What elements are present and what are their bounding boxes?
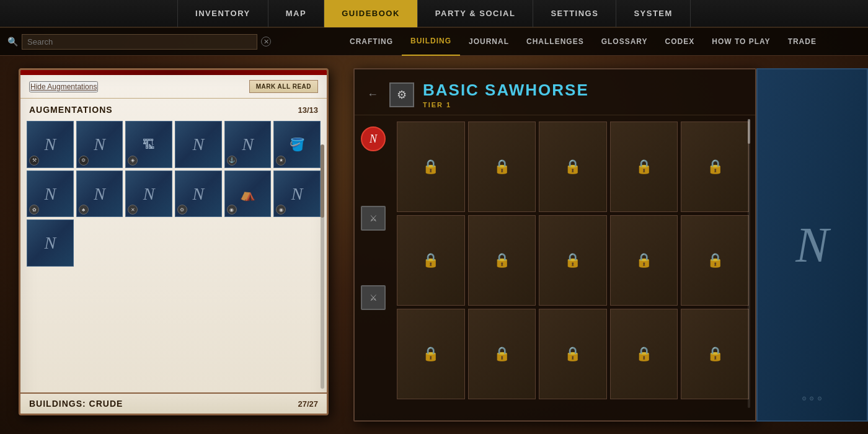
lock-icon: 🔒 bbox=[564, 159, 581, 175]
nav-guidebook[interactable]: GUIDEBOOK bbox=[324, 0, 418, 27]
blue-book-letter: N bbox=[795, 217, 828, 273]
lock-icon: 🔒 bbox=[494, 252, 510, 268]
search-area: 🔍 ✕ bbox=[0, 34, 341, 50]
clear-search-button[interactable]: ✕ bbox=[261, 37, 271, 46]
detail-panel: ← ⚙ BASIC SAWHORSE TIER 1 N ⚔ bbox=[353, 68, 756, 422]
card-badge-12: ◉ bbox=[276, 205, 286, 215]
panel-scrollbar[interactable] bbox=[321, 144, 324, 389]
far-right-panel: N ⚙ ⚙ ⚙ bbox=[756, 56, 868, 434]
lock-icon: 🔒 bbox=[636, 252, 652, 268]
locked-card-2-2[interactable]: 🔒 bbox=[468, 215, 536, 306]
buildings-title: BUILDINGS: CRUDE bbox=[29, 399, 123, 409]
augmentation-card-10[interactable]: N ⚙ bbox=[175, 170, 222, 218]
nav-system[interactable]: SYSTEM bbox=[616, 0, 690, 27]
row-icon-gray-1: ⚔ bbox=[361, 206, 386, 231]
tab-glossary[interactable]: GLOSSARY bbox=[593, 28, 657, 56]
locked-card-2-3[interactable]: 🔒 bbox=[539, 215, 607, 306]
locked-card-2-4[interactable]: 🔒 bbox=[610, 215, 678, 306]
top-nav: INVENTORY MAP GUIDEBOOK PARTY & SOCIAL S… bbox=[0, 0, 868, 28]
locked-card-3-4[interactable]: 🔒 bbox=[610, 309, 678, 399]
augmentations-grid: N ⚒ N ⚙ 🏗 ◈ N N bbox=[20, 118, 327, 269]
augmentation-card-1[interactable]: N ⚒ bbox=[27, 121, 74, 168]
card-badge-6: ★ bbox=[276, 156, 286, 166]
card-badge-9: ✕ bbox=[128, 205, 138, 215]
tab-trade[interactable]: TRADE bbox=[779, 28, 825, 56]
locked-card-1-5[interactable]: 🔒 bbox=[681, 122, 749, 212]
augmentation-card-12[interactable]: N ◉ bbox=[273, 170, 321, 218]
card-badge-8: ♣ bbox=[79, 205, 89, 215]
sec-nav: 🔍 ✕ CRAFTING BUILDING JOURNAL CHALLENGES… bbox=[0, 28, 868, 56]
tab-crafting[interactable]: CRAFTING bbox=[341, 28, 402, 56]
locked-card-1-2[interactable]: 🔒 bbox=[468, 122, 536, 212]
nav-settings[interactable]: SETTINGS bbox=[533, 0, 616, 27]
lock-icon: 🔒 bbox=[422, 159, 439, 175]
main-content: Hide Augmentations MARK ALL READ AUGMENT… bbox=[0, 56, 868, 434]
augmentation-card-2[interactable]: N ⚙ bbox=[76, 121, 123, 168]
locked-card-3-2[interactable]: 🔒 bbox=[468, 309, 536, 399]
mark-all-read-button[interactable]: MARK ALL READ bbox=[249, 80, 318, 93]
augmentation-card-9[interactable]: N ✕ bbox=[125, 170, 172, 218]
lock-icon: 🔒 bbox=[422, 252, 439, 268]
augmentation-card-8[interactable]: N ♣ bbox=[76, 170, 123, 218]
card-badge-3: ◈ bbox=[128, 156, 138, 166]
panel-footer: BUILDINGS: CRUDE 27/27 bbox=[20, 392, 327, 414]
augmentation-card-7[interactable]: N ✿ bbox=[27, 170, 74, 218]
nav-party-social[interactable]: PARTY & SOCIAL bbox=[418, 0, 534, 27]
locked-card-1-1[interactable]: 🔒 bbox=[397, 122, 465, 212]
panel-spine bbox=[20, 70, 327, 75]
tab-codex[interactable]: CODEX bbox=[657, 28, 704, 56]
locked-card-2-5[interactable]: 🔒 bbox=[681, 215, 749, 306]
detail-left-col: N ⚔ ⚔ bbox=[361, 122, 392, 414]
lock-icon: 🔒 bbox=[636, 346, 652, 362]
nav-inventory[interactable]: INVENTORY bbox=[177, 0, 268, 27]
lock-icon: 🔒 bbox=[707, 252, 724, 268]
lock-icon: 🔒 bbox=[564, 346, 581, 362]
detail-content: N ⚔ ⚔ 🔒 🔒 bbox=[355, 115, 755, 420]
card-badge-11: ◉ bbox=[227, 205, 237, 215]
hide-augmentations-button[interactable]: Hide Augmentations bbox=[29, 81, 98, 92]
locked-cards-container: 🔒 🔒 🔒 🔒 🔒 🔒 bbox=[397, 122, 749, 414]
panel-scrollbar-thumb bbox=[321, 144, 324, 218]
lock-icon: 🔒 bbox=[422, 346, 439, 362]
row-icon-red: N bbox=[361, 126, 386, 151]
lock-icon: 🔒 bbox=[707, 159, 724, 175]
tab-how-to-play[interactable]: HOW TO PLAY bbox=[703, 28, 779, 56]
augmentations-section-header: AUGMENTATIONS 13/13 bbox=[20, 99, 327, 118]
detail-scrollbar[interactable] bbox=[748, 119, 750, 408]
lock-icon: 🔒 bbox=[636, 159, 652, 175]
item-type-icon: ⚙ bbox=[389, 82, 414, 107]
locked-card-3-1[interactable]: 🔒 bbox=[397, 309, 465, 399]
search-input[interactable] bbox=[22, 34, 257, 50]
locked-card-3-3[interactable]: 🔒 bbox=[539, 309, 607, 399]
detail-title: BASIC SAWHORSE bbox=[423, 81, 589, 100]
panel-book: Hide Augmentations MARK ALL READ AUGMENT… bbox=[19, 68, 329, 415]
augmentations-count: 13/13 bbox=[298, 105, 318, 115]
blue-book-ornament: ⚙ ⚙ ⚙ bbox=[802, 395, 823, 402]
augmentation-card-13[interactable]: N bbox=[27, 219, 74, 267]
row-icon-gray-2: ⚔ bbox=[361, 285, 386, 310]
tab-journal[interactable]: JOURNAL bbox=[460, 28, 518, 56]
card-badge-7: ✿ bbox=[29, 205, 39, 215]
nav-arrow-left[interactable]: ← bbox=[365, 86, 381, 104]
tab-building[interactable]: BUILDING bbox=[402, 28, 460, 56]
augmentation-card-4[interactable]: N bbox=[175, 121, 222, 168]
augmentation-card-11[interactable]: ⛺ ◉ bbox=[224, 170, 272, 218]
nav-map[interactable]: MAP bbox=[268, 0, 324, 27]
augmentations-title: AUGMENTATIONS bbox=[29, 105, 113, 115]
right-panel: ← ⚙ BASIC SAWHORSE TIER 1 N ⚔ bbox=[347, 56, 756, 434]
tab-challenges[interactable]: CHALLENGES bbox=[518, 28, 593, 56]
augmentation-card-6[interactable]: 🪣 ★ bbox=[273, 121, 321, 168]
sec-nav-items: CRAFTING BUILDING JOURNAL CHALLENGES GLO… bbox=[341, 28, 868, 56]
augmentation-card-5[interactable]: N ⚓ bbox=[224, 121, 272, 168]
lock-icon: 🔒 bbox=[707, 346, 724, 362]
augmentation-card-3[interactable]: 🏗 ◈ bbox=[125, 121, 172, 168]
detail-header: ← ⚙ BASIC SAWHORSE TIER 1 bbox=[355, 69, 755, 115]
locked-card-1-4[interactable]: 🔒 bbox=[610, 122, 678, 212]
lock-icon: 🔒 bbox=[494, 159, 510, 175]
card-badge-hammer: ⚒ bbox=[29, 156, 39, 166]
locked-card-2-1[interactable]: 🔒 bbox=[397, 215, 465, 306]
search-icon: 🔍 bbox=[7, 37, 18, 47]
card-badge-10: ⚙ bbox=[177, 205, 187, 215]
locked-card-3-5[interactable]: 🔒 bbox=[681, 309, 749, 399]
locked-card-1-3[interactable]: 🔒 bbox=[539, 122, 607, 212]
